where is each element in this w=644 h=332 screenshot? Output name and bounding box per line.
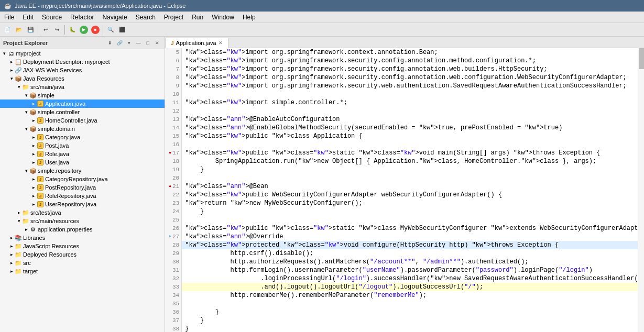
tree-item-libraries[interactable]: ▸📚Libraries bbox=[0, 234, 165, 242]
code-line-18[interactable]: SpringApplication.run("kw">new Object[] … bbox=[182, 157, 638, 165]
tree-toggle-libraries[interactable]: ▸ bbox=[8, 235, 15, 241]
tree-item-applicationprops[interactable]: ▸⚙application.properties bbox=[0, 225, 165, 234]
tree-toggle-javaresources[interactable]: ▾ bbox=[8, 75, 15, 82]
link-with-editor-btn[interactable]: 🔗 bbox=[115, 39, 124, 47]
minimize-btn[interactable]: — bbox=[134, 39, 143, 47]
toolbar-debug[interactable]: 🐛 bbox=[67, 25, 78, 35]
tree-toggle-simplecontroller[interactable]: ▾ bbox=[23, 109, 29, 115]
code-line-36[interactable]: } bbox=[182, 308, 638, 316]
toolbar-undo[interactable]: ↩ bbox=[40, 25, 51, 35]
tree-toggle-postrepo[interactable]: ▸ bbox=[30, 184, 37, 191]
tree-toggle-target[interactable]: ▸ bbox=[8, 268, 15, 274]
code-line-37[interactable]: } bbox=[182, 316, 638, 325]
view-menu-btn[interactable]: ▾ bbox=[125, 39, 133, 47]
tree-item-simplerepository[interactable]: ▾📦simple.repository bbox=[0, 167, 165, 175]
code-line-26[interactable]: "kw">class="kw">public "kw">class="kw">s… bbox=[182, 224, 638, 233]
code-line-29[interactable]: http.csrf().disable(); bbox=[182, 249, 638, 258]
toolbar-run[interactable]: ▶ bbox=[79, 25, 89, 35]
code-line-8[interactable]: "kw">class="kw">import org.springframewo… bbox=[182, 73, 638, 82]
menu-item-file[interactable]: File bbox=[0, 12, 18, 23]
code-line-17[interactable]: "kw">class="kw">public "kw">class="kw">s… bbox=[182, 149, 638, 157]
tree-item-deployedresources[interactable]: ▸📁Deployed Resources bbox=[0, 250, 165, 259]
tree-toggle-userrepo[interactable]: ▸ bbox=[30, 201, 37, 207]
tree-toggle-rolerepo[interactable]: ▸ bbox=[30, 193, 37, 199]
tree-toggle-jaxws[interactable]: ▸ bbox=[8, 67, 15, 73]
code-line-28[interactable]: "kw">class="kw">protected "kw">class="kw… bbox=[182, 241, 638, 249]
tree-toggle-jsresources[interactable]: ▸ bbox=[8, 243, 15, 249]
code-line-25[interactable] bbox=[182, 216, 638, 224]
menu-item-edit[interactable]: Edit bbox=[18, 12, 38, 23]
code-line-23[interactable]: "kw">return "kw">new MyWebSecurityConfig… bbox=[182, 199, 638, 207]
code-line-5[interactable]: "kw">class="kw">import org.springframewo… bbox=[182, 48, 638, 57]
code-line-11[interactable]: "kw">class="kw">import simple.controller… bbox=[182, 98, 638, 107]
tree-item-simpledomain[interactable]: ▾📦simple.domain bbox=[0, 125, 165, 133]
menu-item-search[interactable]: Search bbox=[132, 12, 160, 23]
toolbar-redo[interactable]: ↪ bbox=[52, 25, 62, 35]
code-line-32[interactable]: .loginProcessingUrl("/login").successHan… bbox=[182, 274, 638, 283]
menu-item-help[interactable]: Help bbox=[238, 12, 260, 23]
collapse-all-btn[interactable]: ⬇ bbox=[106, 39, 114, 47]
tree-item-srctestjava[interactable]: ▸📁src/test/java bbox=[0, 208, 165, 217]
tab-application-java[interactable]: J Application.java ✕ bbox=[165, 38, 228, 48]
tree-toggle-categoryjava[interactable]: ▸ bbox=[30, 134, 37, 140]
tree-toggle-applicationjava[interactable]: ▸ bbox=[30, 101, 37, 107]
code-line-30[interactable]: http.authorizeRequests().antMatchers("/a… bbox=[182, 258, 638, 266]
tree-item-userjava[interactable]: ▸JUser.java bbox=[0, 158, 165, 167]
tree-item-srcmainresources[interactable]: ▾📁src/main/resources bbox=[0, 217, 165, 225]
tree-toggle-srcmainresources[interactable]: ▾ bbox=[16, 218, 22, 224]
tree-toggle-srctestjava[interactable]: ▸ bbox=[16, 209, 22, 216]
tree-toggle-deployedresources[interactable]: ▸ bbox=[8, 251, 15, 258]
tree-item-applicationjava[interactable]: ▸JApplication.java bbox=[0, 99, 165, 108]
toolbar-save[interactable]: 💾 bbox=[25, 25, 36, 35]
toolbar-new[interactable]: 📄 bbox=[2, 25, 13, 35]
tree-item-srcmainjava[interactable]: ▾📁src/main/java bbox=[0, 83, 165, 91]
tree-item-simple[interactable]: ▾📦simple bbox=[0, 91, 165, 99]
close-btn[interactable]: ✕ bbox=[153, 39, 161, 47]
tree-item-jaxws[interactable]: ▸🔗JAX-WS Web Services bbox=[0, 66, 165, 74]
code-line-12[interactable] bbox=[182, 107, 638, 115]
tree-item-userrepo[interactable]: ▸JUserRepository.java bbox=[0, 200, 165, 208]
tree-item-deployment[interactable]: ▸📋Deployment Descriptor: myproject bbox=[0, 58, 165, 66]
menu-item-source[interactable]: Source bbox=[38, 12, 66, 23]
code-area[interactable]: "kw">class="kw">import org.springframewo… bbox=[182, 48, 638, 332]
code-line-15[interactable]: "kw">class="kw">public "kw">class Applic… bbox=[182, 132, 638, 140]
tree-item-jsresources[interactable]: ▸📁JavaScript Resources bbox=[0, 242, 165, 250]
code-line-10[interactable] bbox=[182, 90, 638, 98]
tree-toggle-postjava[interactable]: ▸ bbox=[30, 142, 37, 149]
tree-toggle-rolejava[interactable]: ▸ bbox=[30, 151, 37, 157]
toolbar-stop[interactable]: ■ bbox=[90, 25, 101, 35]
tree-item-target[interactable]: ▸📁target bbox=[0, 267, 165, 275]
code-line-13[interactable]: "kw">class="ann">@EnableAutoConfiguratio… bbox=[182, 115, 638, 124]
tree-item-simplecontroller[interactable]: ▾📦simple.controller bbox=[0, 108, 165, 116]
code-line-38[interactable]: } bbox=[182, 325, 638, 332]
tree-toggle-simplerepository[interactable]: ▾ bbox=[23, 168, 29, 174]
tree-toggle-src[interactable]: ▸ bbox=[8, 260, 15, 266]
toolbar-open[interactable]: 📂 bbox=[14, 25, 24, 35]
tree-toggle-categoryrepo[interactable]: ▸ bbox=[30, 176, 37, 182]
code-line-7[interactable]: "kw">class="kw">import org.springframewo… bbox=[182, 65, 638, 73]
code-line-22[interactable]: "kw">class="kw">public WebSecurityConfig… bbox=[182, 191, 638, 199]
toolbar-console[interactable]: ⬛ bbox=[117, 25, 127, 35]
tree-toggle-deployment[interactable]: ▸ bbox=[8, 59, 15, 65]
code-line-20[interactable] bbox=[182, 174, 638, 182]
tree-toggle-myproject[interactable]: ▾ bbox=[1, 50, 7, 57]
tree-toggle-srcmainjava[interactable]: ▾ bbox=[16, 84, 22, 90]
right-scrollbar[interactable] bbox=[638, 48, 644, 332]
toolbar-search[interactable]: 🔍 bbox=[105, 25, 116, 35]
code-line-14[interactable]: "kw">class="ann">@EnableGlobalMethodSecu… bbox=[182, 124, 638, 132]
tree-item-categoryrepo[interactable]: ▸JCategoryRepository.java bbox=[0, 175, 165, 183]
tree-toggle-homecontrollerjava[interactable]: ▸ bbox=[30, 117, 37, 124]
code-line-35[interactable] bbox=[182, 300, 638, 308]
code-line-21[interactable]: "kw">class="ann">@Bean bbox=[182, 182, 638, 191]
code-line-19[interactable]: } bbox=[182, 165, 638, 174]
tree-toggle-userjava[interactable]: ▸ bbox=[30, 159, 37, 165]
code-line-31[interactable]: http.formLogin().usernameParameter("user… bbox=[182, 266, 638, 274]
tab-close-btn[interactable]: ✕ bbox=[219, 40, 223, 46]
tree-toggle-simpledomain[interactable]: ▾ bbox=[23, 126, 29, 132]
tree-item-myproject[interactable]: ▾🗂myproject bbox=[0, 49, 165, 58]
code-line-33[interactable]: .and().logout().logoutUrl("/logout").log… bbox=[182, 283, 638, 291]
code-line-27[interactable]: "kw">class="ann">@Override bbox=[182, 233, 638, 241]
tree-item-rolejava[interactable]: ▸JRole.java bbox=[0, 150, 165, 158]
code-line-9[interactable]: "kw">class="kw">import org.springframewo… bbox=[182, 82, 638, 90]
menu-item-project[interactable]: Project bbox=[160, 12, 188, 23]
